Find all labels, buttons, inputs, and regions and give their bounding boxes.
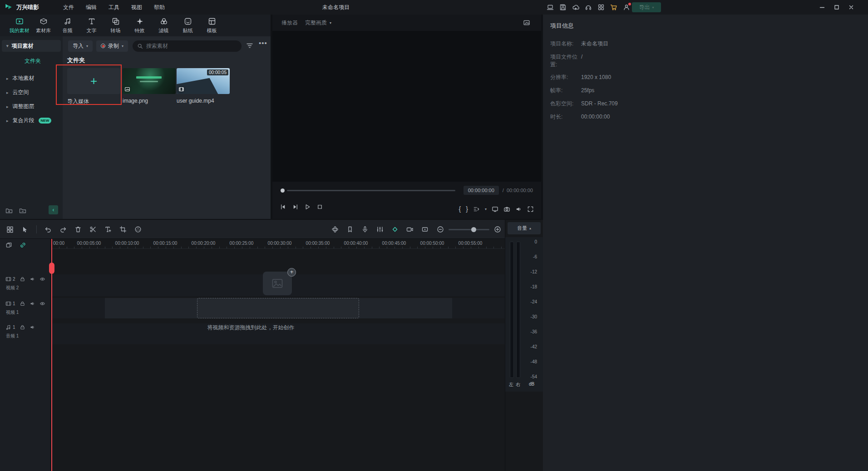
image-thumbnail[interactable] [123, 68, 176, 94]
color-wheel-icon[interactable] [134, 226, 142, 233]
timeline-canvas[interactable]: 00:00 00:00:05:00 00:00:10:00 00:00:15:0… [51, 239, 505, 471]
sidebar-item-adjustment-layer[interactable]: ▸ 调整图层 [0, 99, 63, 114]
delete-icon[interactable] [74, 226, 82, 233]
lock-icon[interactable] [20, 324, 25, 330]
menu-edit[interactable]: 编辑 [80, 0, 103, 15]
mute-speaker-icon[interactable] [515, 206, 522, 213]
ruler-label: 00:00:30:00 [268, 241, 292, 246]
add-media-plus-icon[interactable]: + [287, 268, 296, 277]
tab-my-media[interactable]: 我的素材 [7, 15, 31, 36]
timeline-zoom-slider[interactable] [449, 229, 489, 230]
media-item-image[interactable]: image.png [123, 68, 176, 104]
sidebar-item-local-media[interactable]: ▸ 本地素材 [0, 71, 63, 85]
render-preview-icon[interactable] [331, 226, 339, 233]
zoom-slider-knob[interactable] [471, 227, 476, 232]
video-viewport[interactable] [272, 31, 541, 182]
zoom-in-icon[interactable] [494, 226, 501, 233]
redo-icon[interactable] [59, 226, 67, 233]
media-item-video[interactable]: 00:00:05 user guide.mp4 [177, 68, 230, 104]
audio-mixer-icon[interactable] [376, 226, 384, 233]
seek-handle[interactable] [281, 188, 285, 193]
collapse-sidebar-button[interactable]: ‹ [49, 205, 58, 214]
next-frame-button[interactable] [292, 203, 299, 210]
quality-dropdown[interactable]: 完整画质 ▾ [305, 19, 331, 27]
record-button[interactable]: 录制 ▾ [96, 40, 128, 52]
chevron-down-icon[interactable]: ▾ [485, 207, 487, 211]
previous-frame-button[interactable] [280, 203, 286, 210]
menu-view[interactable]: 视图 [125, 0, 148, 15]
sidebar-item-cloud[interactable]: ▸ 云空间 [0, 85, 63, 99]
filter-icon[interactable] [246, 42, 253, 50]
volume-header[interactable]: 音量 ▴ [508, 222, 541, 234]
menu-tools[interactable]: 工具 [103, 0, 125, 15]
import-media-tile[interactable]: + 导入媒体 [67, 68, 120, 105]
tab-effects[interactable]: 特效 [128, 15, 152, 36]
speaker-icon[interactable] [30, 276, 35, 282]
media-dropzone[interactable] [197, 298, 359, 318]
tab-templates[interactable]: 模板 [200, 15, 224, 36]
manage-tracks-icon[interactable] [6, 226, 14, 233]
delete-folder-icon[interactable] [19, 207, 26, 214]
more-options-icon[interactable]: ••• [259, 39, 267, 47]
play-button[interactable] [304, 203, 311, 210]
duplicate-icon[interactable] [5, 242, 12, 248]
mark-in-button[interactable]: { [459, 203, 461, 214]
sidebar-item-folder[interactable]: 文件夹 [0, 57, 63, 65]
playhead-handle[interactable] [49, 263, 54, 274]
account-icon[interactable] [623, 4, 630, 11]
menu-help[interactable]: 帮助 [148, 0, 171, 15]
split-scissors-icon[interactable] [89, 226, 97, 233]
video-thumbnail[interactable]: 00:00:05 [177, 68, 230, 94]
save-icon[interactable] [559, 4, 567, 11]
import-plus-icon[interactable]: + [67, 68, 120, 94]
preview-display-icon[interactable] [523, 19, 530, 26]
apps-grid-icon[interactable] [597, 4, 605, 11]
crop-icon[interactable] [119, 226, 127, 233]
tab-text[interactable]: 文字 [79, 15, 104, 36]
speed-camera-icon[interactable] [406, 226, 414, 233]
tab-filters[interactable]: 滤镜 [152, 15, 176, 36]
minimize-button[interactable] [819, 4, 825, 10]
keyframe-icon[interactable] [391, 226, 399, 233]
snapshot-camera-icon[interactable] [503, 206, 510, 213]
mark-range-button[interactable] [473, 206, 480, 213]
eye-icon[interactable] [39, 276, 45, 282]
support-headset-icon[interactable] [585, 4, 592, 11]
select-cursor-icon[interactable] [21, 226, 29, 233]
menu-file[interactable]: 文件 [57, 0, 80, 15]
tab-audio[interactable]: 音频 [55, 15, 79, 36]
secondary-display-icon[interactable] [492, 206, 498, 213]
marker-icon[interactable] [346, 226, 354, 233]
eye-icon[interactable] [39, 301, 45, 307]
link-clips-icon[interactable] [20, 242, 26, 248]
zoom-out-icon[interactable] [437, 226, 444, 233]
timeline-ruler[interactable]: 00:00 00:00:05:00 00:00:10:00 00:00:15:0… [51, 239, 505, 249]
voiceover-mic-icon[interactable] [361, 226, 369, 233]
sidebar-item-compound-clip[interactable]: ▸ 复合片段 NEW [0, 114, 63, 128]
sidebar-item-project-media[interactable]: ▾ 项目素材 [2, 40, 61, 52]
close-button[interactable] [848, 4, 854, 10]
seek-bar[interactable] [287, 190, 455, 191]
stop-button[interactable] [316, 203, 323, 210]
export-button[interactable]: 导出 ▾ [632, 2, 661, 12]
lock-icon[interactable] [20, 276, 25, 282]
mark-out-button[interactable]: } [466, 203, 468, 214]
fullscreen-icon[interactable] [527, 206, 534, 213]
lock-icon[interactable] [20, 301, 25, 307]
speaker-icon[interactable] [30, 324, 35, 330]
undo-icon[interactable] [44, 226, 52, 233]
import-button[interactable]: 导入 ▾ [68, 40, 93, 52]
tab-transitions[interactable]: 转场 [104, 15, 128, 36]
cloud-upload-icon[interactable] [572, 4, 579, 11]
tab-stock-media[interactable]: 素材库 [31, 15, 55, 36]
tab-stickers[interactable]: 贴纸 [176, 15, 200, 36]
search-input[interactable] [146, 43, 223, 49]
search-box[interactable] [133, 40, 242, 52]
speaker-icon[interactable] [30, 301, 35, 307]
new-folder-icon[interactable] [5, 207, 13, 214]
cart-icon[interactable] [610, 4, 617, 11]
text-tool-icon[interactable] [104, 226, 112, 233]
maximize-button[interactable] [833, 4, 840, 10]
display-icon[interactable] [547, 4, 554, 11]
export-frame-icon[interactable] [421, 226, 429, 233]
